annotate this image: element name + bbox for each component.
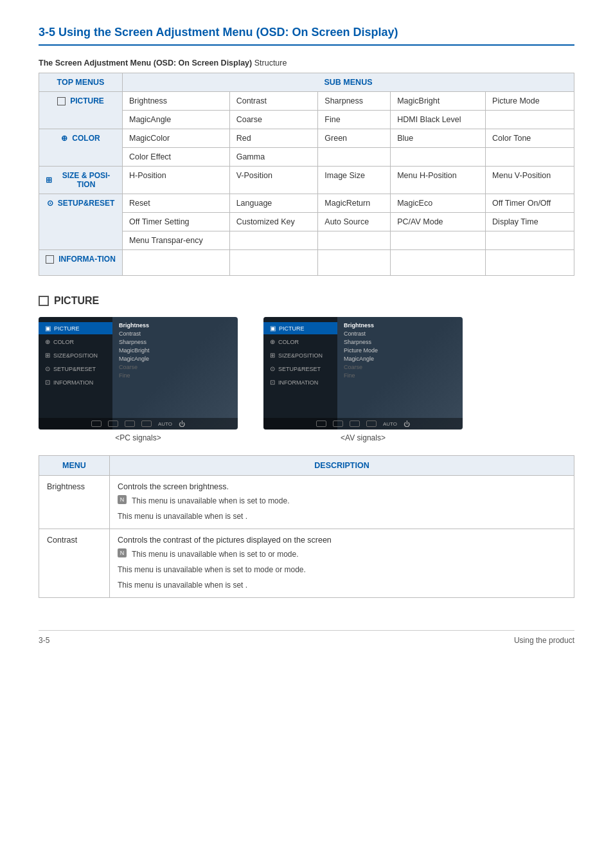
osd-av-menu-setup: ⊙ SETUP&RESET (263, 363, 337, 375)
sub-menu-cell (391, 231, 486, 250)
sub-menu-cell: Auto Source (318, 213, 391, 231)
osd-pc-bottom-bar: AUTO ⏻ (39, 418, 238, 429)
osd-av-item: ▣ PICTURE ⊕ COLOR ⊞ SIZE&POSITION ⊙ SETU… (263, 317, 463, 442)
sub-menu-cell: Customized Key (229, 213, 318, 231)
sub-menu-cell: Gamma (229, 148, 318, 167)
osd-pc-menu-size: ⊞ SIZE&POSITION (39, 349, 112, 361)
note-text: This menu is unavailable when is set . (118, 511, 566, 522)
sub-menu-cell: Color Tone (486, 129, 574, 148)
sub-menu-cell: PC/AV Mode (391, 213, 486, 231)
sub-menu-cell: Green (318, 129, 391, 148)
osd-av-right-panel: Brightness Contrast Sharpness Picture Mo… (337, 317, 463, 429)
sub-menu-cell-empty (486, 250, 574, 276)
sub-menu-cell: Red (229, 129, 318, 148)
sub-menu-cell (318, 148, 391, 167)
sub-menu-cell: MagicEco (391, 194, 486, 213)
description-table: MENU DESCRIPTION BrightnessControls the … (39, 455, 574, 598)
osd-av-power: ⏻ (404, 420, 410, 428)
sub-menu-cell: Menu V-Position (486, 167, 574, 194)
top-menu-cell-setupreset: ⊙SETUP&RESET (39, 194, 123, 250)
note-icon: N (118, 548, 127, 557)
sub-menu-cell: Coarse (229, 111, 318, 129)
table-row: ⊕COLORMagicColorRedGreenBlueColor Tone (39, 129, 574, 148)
sub-menu-cell: Reset (123, 194, 230, 213)
osd-av-setup-icon: ⊙ (270, 365, 275, 372)
section-heading-picture: PICTURE (39, 295, 574, 307)
caption-bold: The Screen Adjustment Menu (OSD: On Scre… (39, 59, 252, 68)
sub-menu-cell: Contrast (229, 92, 318, 111)
osd-av-btn2 (333, 420, 343, 427)
osd-av-menu-size: ⊞ SIZE&POSITION (263, 349, 337, 361)
osd-av-screen: ▣ PICTURE ⊕ COLOR ⊞ SIZE&POSITION ⊙ SETU… (263, 317, 463, 429)
osd-pc-sub-sharpness: Sharpness (119, 339, 231, 345)
osd-av-btn1 (316, 420, 326, 427)
osd-pc-btn3 (125, 420, 135, 427)
osd-av-sub-contrast: Contrast (344, 330, 456, 337)
osd-av-menu-picture: ▣ PICTURE (263, 322, 337, 334)
desc-note-row: This menu is unavailable when is set . (118, 579, 566, 591)
osd-pc-screen: ▣ PICTURE ⊕ COLOR ⊞ SIZE&POSITION ⊙ SETU… (39, 317, 238, 429)
sub-menu-cell (391, 148, 486, 167)
desc-note-row: This menu is unavailable when is set . (118, 511, 566, 522)
osd-pc-sub-magicbright: MagicBright (119, 347, 231, 354)
osd-pc-btn2 (108, 420, 118, 427)
sub-menu-cell: HDMI Black Level (391, 111, 486, 129)
sub-menu-cell: Fine (318, 111, 391, 129)
note-text: This menu is unavailable when is set to … (132, 495, 566, 507)
footer-page-number: 3-5 (39, 636, 49, 645)
top-menu-cell-sizeposition: ⊞SIZE & POSI-TION (39, 167, 123, 194)
picture-icon (39, 296, 49, 306)
sub-menu-cell: Menu Transpar-ency (123, 231, 230, 250)
sub-menu-cell (486, 231, 574, 250)
desc-col-header-menu: MENU (39, 456, 110, 476)
sub-menu-cell-empty (391, 250, 486, 276)
osd-av-caption: <AV signals> (341, 433, 386, 442)
top-menu-cell-color: ⊕COLOR (39, 129, 123, 167)
sub-menu-cell: MagicColor (123, 129, 230, 148)
osd-pc-caption: <PC signals> (115, 433, 161, 442)
osd-pc-menu-picture: ▣ PICTURE (39, 322, 112, 334)
osd-pc-sub-fine: Fine (119, 372, 231, 379)
sub-menu-cell: Off Timer Setting (123, 213, 230, 231)
osd-pc-btn4 (141, 420, 152, 427)
table-row: ⊞SIZE & POSI-TIONH-PositionV-PositionIma… (39, 167, 574, 194)
note-text: This menu is unavailable when is set to … (118, 564, 566, 575)
desc-note-row: NThis menu is unavailable when is set to… (118, 495, 566, 507)
sub-menu-cell-empty (318, 250, 391, 276)
osd-av-bottom-bar: AUTO ⏻ (263, 418, 463, 429)
table-row: PICTUREBrightnessContrastSharpnessMagicB… (39, 92, 574, 111)
table-caption: The Screen Adjustment Menu (OSD: On Scre… (39, 59, 574, 68)
caption-rest: Structure (252, 59, 287, 68)
osd-av-info-icon: ⊡ (270, 379, 275, 386)
desc-main-text: Controls the contrast of the pictures di… (118, 536, 566, 545)
note-text: This menu is unavailable when is set . (118, 579, 566, 591)
sub-menu-cell: MagicBright (391, 92, 486, 111)
osd-av-sub-sharpness: Sharpness (344, 339, 456, 345)
desc-table-row: BrightnessControls the screen brightness… (39, 476, 574, 529)
osd-av-auto: AUTO (383, 421, 397, 427)
top-menu-cell-info: INFORMA-TION (39, 250, 123, 276)
sub-menu-cell (486, 148, 574, 167)
osd-pc-sub-magicangle: MagicAngle (119, 356, 231, 362)
top-menu-cell-picture: PICTURE (39, 92, 123, 129)
sub-menu-cell: H-Position (123, 167, 230, 194)
osd-av-menu-color: ⊕ COLOR (263, 336, 337, 348)
sub-menu-cell-empty (229, 250, 318, 276)
desc-content-cell: Controls the screen brightness.NThis men… (110, 476, 574, 529)
desc-main-text: Controls the screen brightness. (118, 482, 566, 491)
section-title-picture: PICTURE (54, 295, 99, 307)
sub-menu-cell (486, 111, 574, 129)
osd-pc-power: ⏻ (179, 420, 185, 428)
col-header-top-menus: TOP MENUS (39, 73, 123, 92)
osd-pc-sub-coarse: Coarse (119, 364, 231, 370)
desc-table-row: ContrastControls the contrast of the pic… (39, 529, 574, 598)
osd-av-pic-icon: ▣ (270, 325, 276, 332)
desc-menu-cell: Contrast (39, 529, 110, 598)
sub-menu-cell: Display Time (486, 213, 574, 231)
desc-col-header-desc: DESCRIPTION (110, 456, 574, 476)
osd-pc-sub-brightness: Brightness (119, 322, 231, 329)
osd-av-sub-magicangle: MagicAngle (344, 356, 456, 362)
osd-setup-icon: ⊙ (45, 365, 50, 372)
sub-menu-cell-empty (123, 250, 230, 276)
footer: 3-5 Using the product (39, 630, 574, 645)
